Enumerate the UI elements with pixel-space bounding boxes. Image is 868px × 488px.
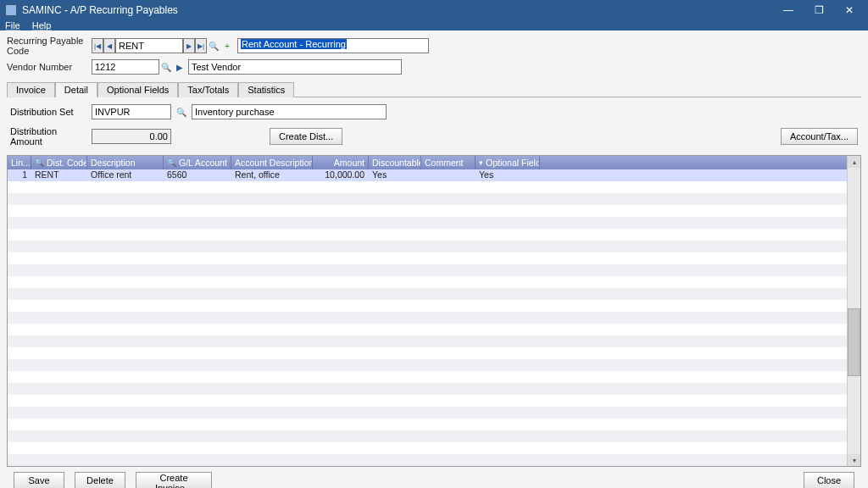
nav-first-icon[interactable]: |◀ bbox=[92, 38, 103, 53]
search-icon: 🔍 bbox=[35, 158, 44, 167]
app-icon bbox=[5, 4, 17, 16]
col-gl[interactable]: 🔍G/L Account bbox=[164, 156, 231, 169]
nav-next-icon[interactable]: ▶ bbox=[183, 38, 195, 53]
vendor-finder-icon[interactable]: 🔍 bbox=[159, 59, 173, 75]
close-window-button[interactable]: ✕ bbox=[834, 0, 865, 20]
maximize-button[interactable]: ❐ bbox=[804, 0, 834, 20]
search-icon: 🔍 bbox=[167, 158, 176, 167]
tab-statistics[interactable]: Statistics bbox=[238, 82, 294, 97]
col-accdesc[interactable]: Account Description bbox=[231, 156, 313, 169]
vendor-number-label: Vendor Number bbox=[7, 62, 92, 72]
cell-desc: Office rent bbox=[87, 169, 164, 181]
create-dist-button[interactable]: Create Dist... bbox=[270, 128, 342, 145]
nav-prev-icon[interactable]: ◀ bbox=[103, 38, 115, 53]
menu-help[interactable]: Help bbox=[32, 20, 52, 30]
tab-optional-fields[interactable]: Optional Fields bbox=[97, 82, 178, 97]
col-discountable[interactable]: Discountable bbox=[369, 156, 421, 169]
dist-set-label: Distribution Set bbox=[10, 107, 86, 117]
menubar: File Help bbox=[0, 20, 868, 30]
detail-controls-2: Distribution Amount Create Dist... Accou… bbox=[7, 126, 861, 153]
cell-distcode: RENT bbox=[31, 169, 87, 181]
detail-controls: Distribution Set 🔍 bbox=[7, 97, 861, 126]
dist-set-finder-icon[interactable]: 🔍 bbox=[176, 104, 186, 119]
cell-accdesc: Rent, office bbox=[231, 169, 313, 181]
footer-buttons: Save Delete Create Invoice... Close bbox=[7, 467, 861, 488]
menu-file[interactable]: File bbox=[5, 20, 20, 30]
window-title: SAMINC - A/P Recurring Payables bbox=[22, 4, 773, 16]
save-button[interactable]: Save bbox=[14, 472, 64, 488]
cell-line: 1 bbox=[8, 169, 31, 181]
account-tax-button[interactable]: Account/Tax... bbox=[781, 128, 858, 145]
vendor-goto-icon[interactable]: ▶ bbox=[173, 59, 186, 75]
tab-detail[interactable]: Detail bbox=[55, 82, 97, 97]
cell-gl: 6560 bbox=[164, 169, 231, 181]
delete-button[interactable]: Delete bbox=[75, 472, 125, 488]
detail-grid: Lin... 🔍Dist. Code Description 🔍G/L Acco… bbox=[7, 155, 861, 467]
finder-icon[interactable]: 🔍 bbox=[207, 38, 220, 53]
table-row[interactable]: 1 RENT Office rent 6560 Rent, office 10,… bbox=[8, 169, 847, 181]
new-icon[interactable]: + bbox=[220, 38, 234, 53]
titlebar: SAMINC - A/P Recurring Payables — ❐ ✕ bbox=[0, 0, 868, 20]
cell-amount: 10,000.00 bbox=[313, 169, 369, 181]
col-comment[interactable]: Comment bbox=[421, 156, 476, 169]
col-amount[interactable]: Amount bbox=[313, 156, 369, 169]
close-button[interactable]: Close bbox=[804, 472, 854, 488]
cell-comment bbox=[421, 169, 476, 181]
col-distcode[interactable]: 🔍Dist. Code bbox=[31, 156, 87, 169]
dropdown-icon: ▾ bbox=[479, 158, 483, 167]
recurring-code-input[interactable] bbox=[115, 38, 183, 53]
recurring-code-label: Recurring Payable Code bbox=[7, 36, 92, 56]
create-invoice-button[interactable]: Create Invoice... bbox=[136, 472, 212, 488]
grid-header: Lin... 🔍Dist. Code Description 🔍G/L Acco… bbox=[8, 156, 847, 169]
dist-set-input[interactable] bbox=[92, 104, 171, 119]
dist-amount-input[interactable] bbox=[92, 129, 171, 144]
nav-last-icon[interactable]: ▶| bbox=[195, 38, 207, 53]
dist-amount-label: Distribution Amount bbox=[10, 126, 86, 147]
tab-tax-totals[interactable]: Tax/Totals bbox=[178, 82, 238, 97]
dist-set-desc[interactable] bbox=[192, 104, 387, 119]
cell-optional: Yes bbox=[476, 169, 540, 181]
recurring-desc-text: Rent Account - Recurring bbox=[241, 39, 347, 49]
scroll-up-icon[interactable]: ▴ bbox=[848, 156, 860, 168]
client-area: Recurring Payable Code |◀ ◀ ▶ ▶| 🔍 + Ren… bbox=[0, 30, 868, 488]
scroll-thumb[interactable] bbox=[848, 308, 860, 376]
minimize-button[interactable]: — bbox=[773, 0, 804, 20]
recurring-desc-input[interactable]: Rent Account - Recurring bbox=[237, 38, 429, 53]
col-line[interactable]: Lin... bbox=[8, 156, 31, 169]
cell-discountable: Yes bbox=[369, 169, 421, 181]
tab-invoice[interactable]: Invoice bbox=[7, 82, 55, 97]
tab-strip: Invoice Detail Optional Fields Tax/Total… bbox=[7, 81, 861, 97]
vertical-scrollbar[interactable]: ▴ ▾ bbox=[847, 156, 860, 466]
vendor-number-input[interactable] bbox=[92, 59, 159, 75]
col-optional[interactable]: ▾Optional Fields bbox=[476, 156, 540, 169]
vendor-name-input[interactable] bbox=[188, 59, 402, 75]
scroll-down-icon[interactable]: ▾ bbox=[848, 454, 860, 466]
col-description[interactable]: Description bbox=[87, 156, 164, 169]
